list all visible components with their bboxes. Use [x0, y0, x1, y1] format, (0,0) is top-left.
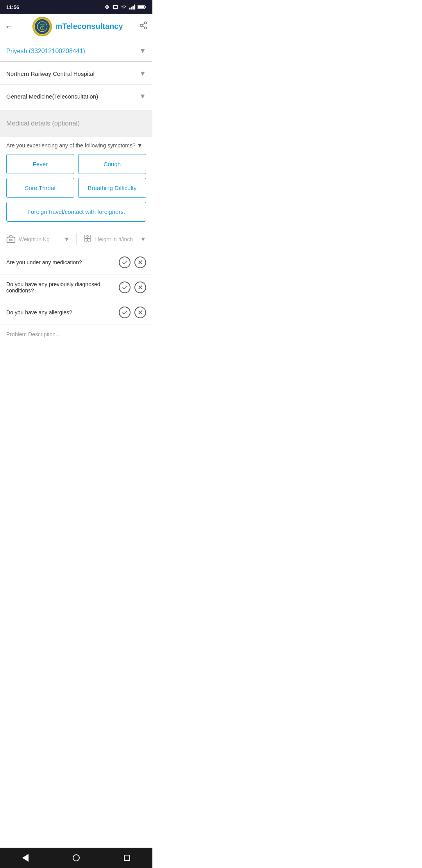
medication-question: Are you under any medication?: [6, 259, 116, 265]
hospital-chevron: ▼: [139, 70, 146, 78]
medication-row: Are you under any medication?: [0, 250, 152, 275]
svg-rect-10: [138, 6, 144, 9]
app-title: mTeleconsultancy: [55, 22, 123, 31]
svg-rect-5: [129, 8, 131, 10]
height-section: Height in ft/inch ▼: [83, 234, 147, 245]
height-placeholder: Height in ft/inch: [95, 236, 137, 242]
wh-divider: [76, 233, 77, 245]
signal-icon: [129, 4, 136, 10]
svg-point-19: [145, 27, 147, 29]
allergies-row: Do you have any allergies?: [0, 300, 152, 325]
symptoms-grid: Fever Cough Sore Throat Breathing Diffic…: [6, 154, 146, 198]
patient-label: Priyesh (332012100208441): [6, 48, 85, 55]
notification-icon: [104, 4, 110, 10]
share-button[interactable]: [139, 21, 148, 32]
weight-height-row: KG Weight in Kg ▼ He: [0, 229, 152, 250]
svg-rect-8: [134, 5, 135, 10]
allergies-options: [119, 307, 146, 318]
diagnosed-yes-button[interactable]: [119, 282, 131, 293]
allergies-yes-button[interactable]: [119, 307, 131, 318]
hospital-dropdown[interactable]: Northern Railway Central Hospital ▼: [0, 62, 152, 84]
sim-icon: [112, 4, 118, 10]
medical-details-box: Medical details (optional): [0, 110, 152, 137]
breathing-difficulty-button[interactable]: Breathing Difficulty: [78, 178, 146, 198]
medication-no-button[interactable]: [134, 256, 146, 268]
allergies-no-button[interactable]: [134, 307, 146, 318]
medical-details-label: Medical details (optional): [6, 120, 80, 127]
status-icons: [104, 4, 146, 10]
specialty-chevron: ▼: [139, 92, 146, 100]
diagnosed-row: Do you have any previously diagnosed con…: [0, 275, 152, 300]
partial-row: Problem Description...: [0, 325, 152, 361]
partial-question: Problem Description...: [6, 331, 146, 337]
fever-button[interactable]: Fever: [6, 154, 74, 174]
allergies-question: Do you have any allergies?: [6, 309, 116, 316]
height-chevron: ▼: [140, 236, 146, 243]
svg-rect-6: [131, 7, 132, 9]
symptoms-question-text: Are you experiencing any of the followin…: [6, 142, 136, 149]
battery-icon: [138, 5, 146, 9]
patient-dropdown[interactable]: Priyesh (332012100208441) ▼: [0, 39, 152, 62]
weight-section: KG Weight in Kg ▼: [6, 234, 70, 245]
svg-point-18: [140, 24, 143, 27]
weight-placeholder: Weight in Kg: [19, 236, 61, 242]
specialty-label: General Medicine(Teleconsultation): [6, 93, 98, 100]
svg-text:KDAC: KDAC: [40, 23, 45, 25]
svg-rect-4: [114, 6, 117, 8]
svg-rect-11: [145, 6, 146, 7]
weight-chevron: ▼: [64, 236, 70, 243]
sore-throat-button[interactable]: Sore Throat: [6, 178, 74, 198]
diagnosed-options: [119, 282, 146, 293]
patient-chevron: ▼: [139, 47, 146, 55]
app-bar: ← KDAC mTeleconsultancy: [0, 14, 152, 39]
wifi-icon: [120, 4, 127, 10]
back-button[interactable]: ←: [5, 22, 13, 32]
diagnosed-question: Do you have any previously diagnosed con…: [6, 281, 116, 294]
medication-yes-button[interactable]: [119, 256, 131, 268]
svg-point-2: [106, 6, 108, 8]
app-logo: KDAC: [32, 17, 52, 36]
status-bar: 11:56: [0, 0, 152, 14]
svg-line-20: [142, 26, 145, 27]
weight-icon: KG: [6, 234, 16, 245]
svg-line-30: [86, 240, 88, 242]
cough-button[interactable]: Cough: [78, 154, 146, 174]
foreign-travel-button[interactable]: Foreign travel/contact with foreigners.: [6, 202, 146, 222]
status-time: 11:56: [6, 4, 19, 10]
symptoms-question-chevron: ▼: [137, 142, 143, 149]
symptoms-section: Are you experiencing any of the followin…: [0, 137, 152, 229]
height-icon: [83, 234, 92, 245]
svg-line-31: [88, 240, 89, 242]
diagnosed-no-button[interactable]: [134, 282, 146, 293]
svg-text:KG: KG: [9, 239, 13, 241]
svg-rect-7: [132, 6, 134, 10]
specialty-dropdown[interactable]: General Medicine(Teleconsultation) ▼: [0, 84, 152, 107]
svg-point-27: [86, 235, 88, 237]
symptoms-question: Are you experiencing any of the followin…: [6, 142, 146, 149]
logo-container: KDAC mTeleconsultancy: [16, 17, 139, 36]
svg-point-17: [145, 22, 147, 24]
hospital-label: Northern Railway Central Hospital: [6, 70, 95, 77]
svg-line-21: [142, 23, 145, 25]
main-content: Priyesh (332012100208441) ▼ Northern Rai…: [0, 39, 152, 361]
medication-options: [119, 256, 146, 268]
